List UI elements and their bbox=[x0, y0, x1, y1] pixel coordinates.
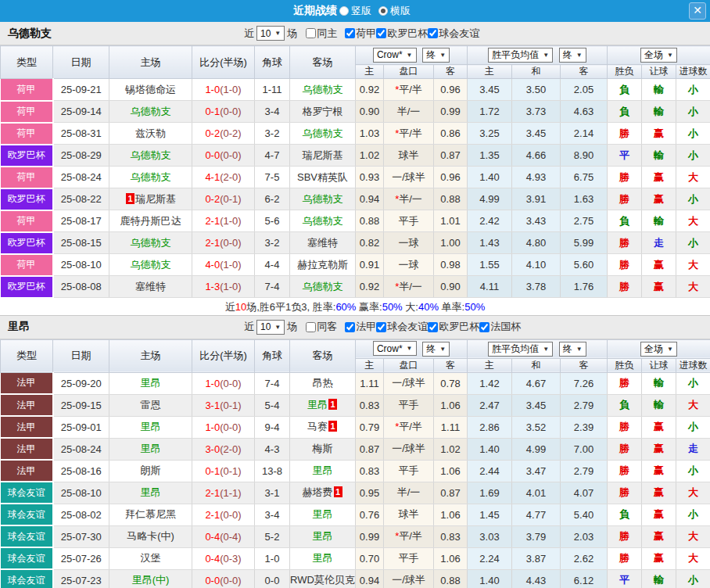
match-count-value: 10 bbox=[260, 28, 271, 39]
scope-select[interactable]: 全场▼ bbox=[640, 48, 677, 63]
odds-away: 0.86 bbox=[434, 123, 468, 145]
result-flag: 負 bbox=[608, 394, 642, 416]
col-header-odds-away: 客 bbox=[434, 65, 468, 79]
team-name-text: 里昂 bbox=[313, 552, 333, 564]
avg-home: 1.72 bbox=[468, 101, 512, 123]
scope-select[interactable]: 全场▼ bbox=[640, 342, 677, 357]
vertical-layout-radio[interactable] bbox=[339, 6, 349, 16]
score-main: 0-0 bbox=[205, 149, 220, 161]
league-filter[interactable]: 法国杯 bbox=[479, 320, 521, 334]
same-venue-checkbox[interactable] bbox=[306, 322, 316, 332]
score-half: (0-1) bbox=[220, 465, 241, 477]
star-marker: * bbox=[395, 193, 399, 205]
odds-home: 1.02 bbox=[356, 145, 384, 167]
match-date: 25-08-31 bbox=[53, 123, 109, 145]
avg-select[interactable]: 胜平负均值▼ bbox=[488, 48, 553, 63]
goals-flag: 小 bbox=[676, 188, 710, 210]
league-checkbox[interactable] bbox=[345, 28, 355, 38]
match-date: 25-08-10 bbox=[53, 482, 109, 504]
odds-line: *半/一 bbox=[384, 188, 434, 210]
col-header-odds-home: 主 bbox=[356, 65, 384, 79]
odds-away: 1.11 bbox=[434, 416, 468, 438]
league-filter[interactable]: 法甲 bbox=[345, 320, 376, 334]
league-checkbox[interactable] bbox=[428, 322, 438, 332]
avg-select[interactable]: 胜平负均值▼ bbox=[488, 342, 553, 357]
final-odds-value: 终 bbox=[426, 48, 436, 62]
score-half: (0-0) bbox=[220, 378, 241, 389]
goals-flag: 小 bbox=[676, 460, 710, 482]
league-checkbox[interactable] bbox=[345, 322, 355, 332]
summary-segment: 60% bbox=[335, 301, 356, 313]
same-venue-checkbox[interactable] bbox=[306, 28, 316, 38]
company-select[interactable]: Crow*▼ bbox=[373, 48, 417, 63]
chevron-down-icon: ▼ bbox=[407, 52, 413, 59]
match-count-select[interactable]: 10▼ bbox=[256, 320, 285, 335]
col-header-odds-home: 主 bbox=[356, 358, 384, 372]
avg-draw: 3.91 bbox=[512, 188, 561, 210]
goals-flag: 大 bbox=[676, 547, 710, 569]
avg-home: 2.44 bbox=[468, 460, 512, 482]
result-flag: 勝 bbox=[608, 123, 642, 145]
handicap-flag: 赢 bbox=[642, 254, 676, 276]
avg-home: 1.43 bbox=[468, 232, 512, 254]
col-header-home: 主场 bbox=[109, 46, 192, 79]
score-main: 0-4 bbox=[205, 531, 220, 543]
league-filter[interactable]: 球会友谊 bbox=[376, 320, 428, 334]
corner-score: 3-4 bbox=[255, 504, 290, 525]
final-avg-select[interactable]: 终▼ bbox=[559, 48, 586, 63]
close-button[interactable]: ✕ bbox=[689, 2, 706, 20]
away-team: 乌德勒支 bbox=[290, 123, 356, 145]
team-name-text: 乌德勒支 bbox=[303, 127, 343, 139]
final-odds-select[interactable]: 终▼ bbox=[422, 48, 450, 63]
result-flag: 勝 bbox=[608, 525, 642, 547]
company-select[interactable]: Crow*▼ bbox=[373, 341, 417, 356]
odds-line: 半/一 bbox=[384, 101, 434, 123]
team-name-text: 昂热 bbox=[313, 377, 333, 389]
handicap-flag: 赢 bbox=[642, 460, 676, 482]
league-checkbox[interactable] bbox=[376, 322, 386, 332]
same-venue-filter[interactable]: 同主 bbox=[306, 27, 337, 41]
avg-home: 2.42 bbox=[468, 210, 512, 232]
col-header-handicap: 让球 bbox=[642, 358, 676, 372]
avg-away: 5.60 bbox=[561, 254, 608, 276]
league-filter[interactable]: 荷甲 bbox=[345, 27, 376, 41]
horizontal-layout-radio[interactable] bbox=[378, 6, 388, 16]
match-row: 荷甲25-08-10乌德勒支4-0(1-0)4-4赫拉克勒斯0.91一球0.98… bbox=[1, 254, 710, 276]
final-odds-select[interactable]: 终▼ bbox=[422, 342, 450, 357]
league-filter[interactable]: 欧罗巴杯 bbox=[376, 27, 428, 41]
col-header-type: 类型 bbox=[1, 339, 53, 372]
match-score: 4-1(2-0) bbox=[192, 167, 255, 188]
team-name-text: 锡塔德命运 bbox=[125, 84, 176, 95]
team-name-text: 乌德勒支 bbox=[131, 106, 171, 117]
home-team: 塞维特 bbox=[109, 276, 192, 298]
final-odds-value: 终 bbox=[426, 342, 436, 356]
match-date: 25-09-21 bbox=[53, 79, 109, 101]
same-venue-label: 同主 bbox=[317, 27, 337, 41]
final-avg-select[interactable]: 终▼ bbox=[559, 342, 586, 357]
league-filter[interactable]: 球会友谊 bbox=[428, 27, 479, 41]
star-marker: * bbox=[395, 421, 399, 432]
league-checkbox[interactable] bbox=[376, 28, 386, 38]
col-header-avg-home: 主 bbox=[468, 65, 512, 79]
team-name-text: 乌德勒支 bbox=[131, 237, 171, 249]
match-count-select[interactable]: 10▼ bbox=[256, 26, 285, 41]
league-filter[interactable]: 欧罗巴杯 bbox=[428, 320, 479, 334]
same-venue-filter[interactable]: 同客 bbox=[306, 320, 337, 334]
filter-bar: 近 10▼ 场 同主 荷甲欧罗巴杯球会友谊 bbox=[244, 26, 482, 41]
score-main: 2-1 bbox=[205, 215, 220, 227]
away-team: 乌德勒支 bbox=[290, 188, 356, 210]
league-badge: 法甲 bbox=[1, 372, 53, 394]
odds-away: 0.96 bbox=[434, 79, 468, 101]
odds-away: 0.88 bbox=[434, 569, 468, 588]
match-score: 3-0(2-0) bbox=[192, 438, 255, 460]
league-checkbox-label: 欧罗巴杯 bbox=[387, 27, 428, 41]
away-team: 里昂 bbox=[290, 525, 356, 547]
league-checkbox[interactable] bbox=[428, 28, 438, 38]
match-row: 法甲25-09-15雷恩3-1(0-1)5-4里昂10.83平手1.062.47… bbox=[1, 394, 710, 416]
league-checkbox[interactable] bbox=[479, 322, 489, 332]
score-half: (0-3) bbox=[220, 553, 241, 565]
away-team: SBV精英队 bbox=[290, 167, 356, 188]
team-name-text: 汉堡 bbox=[141, 552, 161, 564]
team-name-text: 里昂 bbox=[141, 421, 161, 432]
col-header-odds-line: 盘口 bbox=[384, 65, 434, 79]
